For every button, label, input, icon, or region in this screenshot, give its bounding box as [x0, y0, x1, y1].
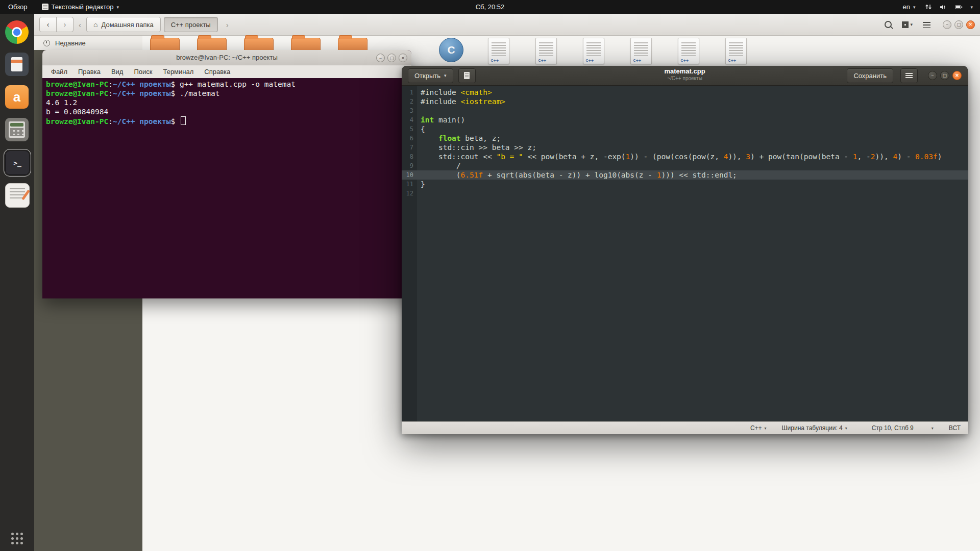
close-button[interactable]: ✕ [952, 71, 962, 80]
statusbar-chevron-icon[interactable]: ▾ [929, 426, 934, 431]
menu-terminal[interactable]: Терминал [163, 68, 193, 76]
menu-edit[interactable]: Правка [78, 68, 101, 76]
code-line[interactable]: 9 / [402, 161, 968, 170]
code-line[interactable]: 8 std::cout << "b = " << pow(beta + z, -… [402, 152, 968, 161]
gedit-icon [42, 4, 48, 10]
menu-search[interactable]: Поиск [134, 68, 152, 76]
terminal-menubar: Файл Правка Вид Поиск Терминал Справка [42, 65, 411, 78]
path-scroll-right-icon[interactable]: › [226, 20, 229, 29]
code-line[interactable]: 11} [402, 180, 968, 189]
gedit-menu-button[interactable] [900, 68, 918, 83]
software-center-icon[interactable] [5, 53, 29, 76]
network-icon[interactable] [925, 4, 932, 10]
terminal-cursor [181, 116, 186, 125]
insert-mode-indicator[interactable]: ВСТ [949, 424, 961, 432]
cpp-file-icon[interactable]: c++ [583, 38, 604, 64]
code-line[interactable]: 6 float beta, z; [402, 134, 968, 143]
system-menu-chevron-icon[interactable]: ▾ [970, 5, 973, 10]
line-number: 9 [402, 161, 417, 170]
cursor-position: Стр 10, Стлб 9 [872, 424, 914, 432]
activities-button[interactable]: Обзор [6, 3, 30, 11]
line-number: 8 [402, 152, 417, 161]
gedit-headerbar[interactable]: Открыть ▾ matemat.cpp ~/C++ проекты Сохр… [402, 66, 968, 86]
calculator-icon[interactable] [5, 118, 29, 141]
maximize-button[interactable]: ▢ [387, 54, 396, 62]
dock: a >_ [0, 14, 34, 551]
minimize-button[interactable]: − [928, 71, 937, 80]
cpp-file-icon[interactable]: c++ [725, 38, 747, 64]
battery-icon[interactable] [955, 4, 963, 10]
code-line[interactable]: 2#include <iostream> [402, 97, 968, 106]
line-number: 1 [402, 88, 417, 97]
gedit-dock-icon[interactable] [5, 183, 30, 208]
line-number: 6 [402, 134, 417, 143]
code-line[interactable]: 1#include <cmath> [402, 88, 968, 97]
cpp-file-icon[interactable]: c++ [535, 38, 557, 64]
minimize-button[interactable]: − [376, 54, 385, 62]
code-line[interactable]: 5{ [402, 124, 968, 134]
code-line[interactable]: 12 [402, 189, 968, 198]
new-document-button[interactable] [458, 68, 476, 83]
line-number: 3 [402, 106, 417, 115]
maximize-button[interactable]: ▢ [954, 20, 963, 29]
code-editor[interactable]: 1#include <cmath>2#include <iostream>34i… [402, 86, 968, 421]
close-button[interactable]: ✕ [399, 54, 407, 62]
gedit-title: matemat.cpp ~/C++ проекты [664, 68, 705, 81]
terminal-title: browze@Ivan-PC: ~/C++ проекты [176, 54, 278, 61]
line-number: 11 [402, 180, 417, 189]
menu-file[interactable]: Файл [51, 68, 67, 76]
terminal-dock-icon[interactable]: >_ [5, 151, 30, 175]
maximize-button[interactable]: ▢ [940, 71, 949, 80]
line-number: 5 [402, 124, 417, 134]
minimize-button[interactable]: − [943, 20, 951, 29]
chrome-icon[interactable] [5, 20, 29, 44]
breadcrumb-home[interactable]: ⌂ Домашняя папка [86, 17, 161, 32]
cpp-file-icon[interactable]: c++ [678, 38, 699, 64]
terminal-line: browze@Ivan-PC:~/C++ проекты$ ./matemat [46, 89, 408, 98]
view-toggle-button[interactable]: ▾ [902, 21, 913, 28]
cpp-file-icon[interactable]: c++ [488, 38, 509, 64]
path-scroll-left-icon[interactable]: ‹ [79, 20, 81, 29]
file-grid: Cc++c++c++c++c++c++ [437, 38, 750, 64]
search-button[interactable] [885, 21, 892, 28]
chevron-down-icon: ▾ [913, 5, 916, 10]
chevron-down-icon: ▾ [117, 5, 119, 10]
terminal-window: browze@Ivan-PC: ~/C++ проекты − ▢ ✕ Файл… [42, 50, 411, 298]
code-line[interactable]: 7 std::cin >> beta >> z; [402, 143, 968, 152]
language-selector[interactable]: C++ ▾ [750, 424, 767, 432]
recent-clock-icon [43, 40, 50, 46]
amazon-icon[interactable]: a [5, 85, 29, 109]
app-menu-label: Текстовый редактор [52, 3, 114, 11]
code-line[interactable]: 4int main() [402, 115, 968, 124]
grid-view-icon [902, 21, 909, 28]
code-line[interactable]: 3 [402, 106, 968, 115]
terminal-titlebar[interactable]: browze@Ivan-PC: ~/C++ проекты − ▢ ✕ [42, 50, 411, 65]
code-line[interactable]: 10 (6.51f + sqrt(abs(beta - z)) + log10(… [402, 170, 968, 180]
volume-icon[interactable] [940, 4, 947, 10]
chevron-down-icon: ▾ [444, 73, 447, 78]
menu-view[interactable]: Вид [111, 68, 124, 76]
cpp-file-icon[interactable]: c++ [630, 38, 652, 64]
chevron-down-icon: ▾ [845, 426, 847, 431]
terminal-output[interactable]: browze@Ivan-PC:~/C++ проекты$ g++ matema… [42, 78, 411, 298]
breadcrumb-current-folder[interactable]: C++ проекты [164, 17, 218, 32]
back-button[interactable]: ‹ [39, 17, 57, 32]
keyboard-layout-indicator[interactable]: en ▾ [900, 3, 917, 11]
close-button[interactable]: ✕ [966, 20, 975, 29]
hamburger-icon [923, 22, 930, 28]
clock[interactable]: Сб, 20:52 [476, 3, 505, 11]
c-file-icon[interactable]: C [439, 38, 463, 62]
files-menu-button[interactable] [923, 22, 930, 28]
sidebar-item-recent[interactable]: Недавние [34, 36, 142, 50]
tab-width-selector[interactable]: Ширина табуляции: 4 ▾ [782, 424, 847, 432]
forward-button[interactable]: › [56, 17, 74, 32]
menu-help[interactable]: Справка [204, 68, 230, 76]
save-button[interactable]: Сохранить [847, 68, 893, 83]
document-path: ~/C++ проекты [664, 76, 705, 81]
document-title: matemat.cpp [664, 68, 705, 74]
app-menu[interactable]: Текстовый редактор ▾ [40, 3, 121, 11]
show-applications-button[interactable] [11, 533, 23, 545]
terminal-line: 4.6 1.2 [46, 98, 408, 107]
terminal-line: b = 0.00840984 [46, 107, 408, 116]
open-button[interactable]: Открыть ▾ [408, 68, 453, 83]
